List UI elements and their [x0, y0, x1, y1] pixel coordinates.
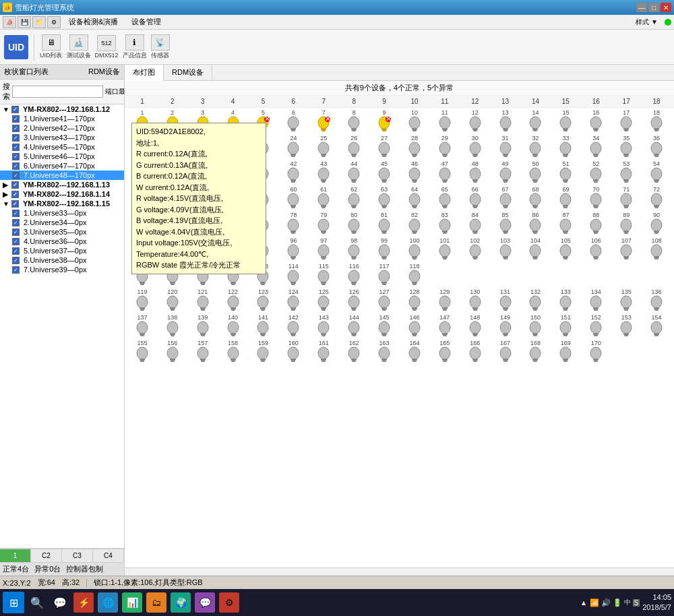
bulb-cell-121[interactable]: 121 — [188, 288, 218, 312]
bulb-cell-143[interactable]: 143 — [309, 313, 338, 338]
bulb-cell-154[interactable]: 154 — [642, 313, 671, 338]
bulb-cell-106[interactable]: 106 — [581, 237, 611, 261]
bulb-cell-34[interactable]: 34 — [581, 134, 611, 158]
checkbox-11[interactable]: ✓ — [12, 210, 20, 217]
bottom-tab-2[interactable]: C2 — [31, 549, 62, 562]
bulb-cell-35[interactable]: 35 — [611, 134, 641, 158]
taskbar-app-1[interactable]: ⚡ — [73, 592, 94, 613]
checkbox-17[interactable]: ✓ — [12, 266, 20, 274]
bulb-cell-42[interactable]: 42 — [278, 160, 308, 184]
bulb-cell-53[interactable]: 53 — [611, 160, 641, 184]
bulb-cell-122[interactable]: 122 — [218, 288, 248, 312]
bulb-cell-103[interactable]: 103 — [491, 237, 520, 261]
bulb-cell-139[interactable]: 139 — [188, 313, 218, 338]
bulb-cell-85[interactable]: 85 — [491, 211, 520, 235]
tree-item-15[interactable]: ✓5.Universe37—0px — [0, 246, 124, 255]
bottom-tab-3[interactable]: C3 — [62, 549, 93, 562]
tree-item-9[interactable]: ▶✓YM-RX802---192.168.1.14 — [0, 189, 124, 199]
bulb-cell-7[interactable]: 7 ✕ — [309, 109, 338, 133]
bulb-cell-86[interactable]: 86 — [521, 211, 551, 235]
bulb-cell-63[interactable]: 63 — [369, 185, 399, 210]
expand-btn-8[interactable]: ▶ — [3, 181, 9, 189]
bulb-cell-168[interactable]: 168 — [521, 339, 551, 363]
bulb-cell-99[interactable]: 99 — [369, 237, 399, 261]
tree-item-5[interactable]: ✓5.Universe46—170px — [0, 152, 124, 161]
bulb-cell-54[interactable]: 54 — [642, 160, 671, 184]
bulb-cell-150[interactable]: 150 — [521, 313, 551, 338]
bulb-cell-61[interactable]: 61 — [309, 185, 338, 210]
bulb-cell-118[interactable]: 118 — [400, 262, 429, 286]
bulb-cell-87[interactable]: 87 — [551, 211, 580, 235]
tree-item-2[interactable]: ✓2.Universe42—170px — [0, 123, 124, 133]
bulb-cell-125[interactable]: 125 — [309, 288, 338, 312]
taskbar-cortana[interactable]: 💬 — [50, 592, 70, 613]
tool-uid-list[interactable]: 🖥 UID列表 — [40, 34, 63, 60]
bulb-cell-159[interactable]: 159 — [249, 339, 278, 363]
bulb-cell-104[interactable]: 104 — [521, 237, 551, 261]
bulb-cell-6[interactable]: 6 — [278, 109, 308, 133]
bulb-cell-30[interactable]: 30 — [460, 134, 490, 158]
bulb-cell-9[interactable]: 9 ✕ — [369, 109, 399, 133]
bulb-cell-18[interactable]: 18 — [642, 109, 671, 133]
checkbox-10[interactable]: ✓ — [11, 200, 19, 208]
bulb-cell-47[interactable]: 47 — [430, 160, 460, 184]
bulb-cell-165[interactable]: 165 — [430, 339, 460, 363]
tree-item-0[interactable]: ▼✓YM-RX802---192.168.1.12 — [0, 104, 124, 114]
checkbox-4[interactable]: ✓ — [12, 144, 20, 151]
bulb-cell-137[interactable]: 137 — [127, 313, 157, 338]
expand-btn-9[interactable]: ▶ — [3, 191, 9, 198]
tree-item-16[interactable]: ✓6.Universe38—0px — [0, 255, 124, 265]
checkbox-7[interactable]: ✓ — [12, 172, 20, 179]
bulb-cell-29[interactable]: 29 — [430, 134, 460, 158]
menu-item-device[interactable]: 设备管理 — [126, 16, 166, 28]
checkbox-16[interactable]: ✓ — [12, 257, 20, 264]
taskbar-app-3[interactable]: 📊 — [122, 592, 142, 613]
bulb-cell-134[interactable]: 134 — [581, 288, 611, 312]
bulb-cell-79[interactable]: 79 — [309, 211, 338, 235]
start-button[interactable]: ⊞ — [3, 592, 24, 613]
bulb-cell-44[interactable]: 44 — [339, 160, 369, 184]
menu-item-detection[interactable]: 设备检测&演播 — [63, 16, 123, 28]
bulb-cell-48[interactable]: 48 — [460, 160, 490, 184]
bulb-cell-130[interactable]: 130 — [460, 288, 490, 312]
tab-rdm-device[interactable]: RDM设备 — [164, 65, 212, 80]
bulb-cell-138[interactable]: 138 — [158, 313, 187, 338]
bulb-cell-65[interactable]: 65 — [430, 185, 460, 210]
bulb-cell-135[interactable]: 135 — [611, 288, 641, 312]
bulb-cell-100[interactable]: 100 — [400, 237, 429, 261]
bottom-tab-1[interactable]: 1 — [0, 549, 31, 562]
tree-item-10[interactable]: ▼✓YM-RX802---192.168.1.15 — [0, 199, 124, 208]
style-button[interactable]: 样式 ▼ — [632, 16, 662, 28]
bulb-cell-157[interactable]: 157 — [188, 339, 218, 363]
tree-item-1[interactable]: ✓1.Universe41—170px — [0, 114, 124, 123]
bulb-cell-158[interactable]: 158 — [218, 339, 248, 363]
tree-item-17[interactable]: ✓7.Universe39—0px — [0, 265, 124, 274]
bulb-cell-124[interactable]: 124 — [278, 288, 308, 312]
bulb-cell-141[interactable]: 141 — [249, 313, 278, 338]
expand-btn-0[interactable]: ▼ — [3, 106, 9, 113]
bulb-cell-148[interactable]: 148 — [460, 313, 490, 338]
bulb-cell-52[interactable]: 52 — [581, 160, 611, 184]
bulb-cell-10[interactable]: 10 — [400, 109, 429, 133]
bulb-cell-132[interactable]: 132 — [521, 288, 551, 312]
bulb-cell-162[interactable]: 162 — [339, 339, 369, 363]
bulb-cell-96[interactable]: 96 — [278, 237, 308, 261]
bulb-cell-126[interactable]: 126 — [339, 288, 369, 312]
bulb-cell-164[interactable]: 164 — [400, 339, 429, 363]
bulb-cell-107[interactable]: 107 — [611, 237, 641, 261]
bulb-cell-14[interactable]: 14 — [521, 109, 551, 133]
bulb-cell-101[interactable]: 101 — [430, 237, 460, 261]
menu-icon-3[interactable]: 📁 — [32, 16, 46, 28]
checkbox-3[interactable]: ✓ — [12, 134, 20, 142]
bulb-cell-166[interactable]: 166 — [460, 339, 490, 363]
bulb-cell-144[interactable]: 144 — [339, 313, 369, 338]
bulb-cell-27[interactable]: 27 — [369, 134, 399, 158]
checkbox-9[interactable]: ✓ — [11, 191, 19, 198]
bulb-cell-67[interactable]: 67 — [491, 185, 520, 210]
bulb-cell-69[interactable]: 69 — [551, 185, 580, 210]
bulb-cell-43[interactable]: 43 — [309, 160, 338, 184]
bulb-cell-88[interactable]: 88 — [581, 211, 611, 235]
scroll-bar[interactable] — [125, 567, 674, 576]
bulb-cell-131[interactable]: 131 — [491, 288, 520, 312]
bulb-cell-140[interactable]: 140 — [218, 313, 248, 338]
